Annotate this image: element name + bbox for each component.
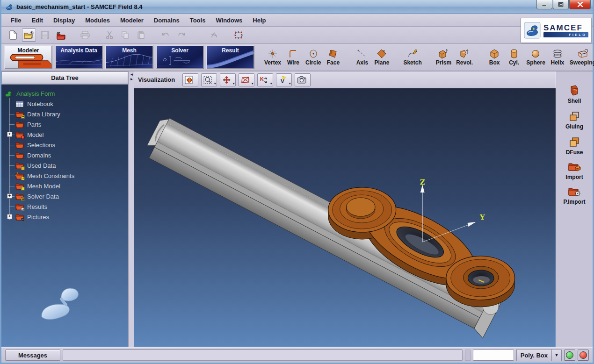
cut-icon[interactable]: [102, 29, 116, 42]
expand-toggle[interactable]: [7, 132, 12, 137]
minimize-button[interactable]: [536, 0, 552, 9]
message-output-field: [63, 350, 463, 361]
sphere-button[interactable]: Sphere: [526, 49, 545, 66]
axis-icon: [356, 49, 368, 59]
selection-box-icon[interactable]: [232, 29, 246, 42]
tab-modeler[interactable]: Modeler: [4, 45, 52, 69]
tree-item-solver-data[interactable]: Solver Data: [1, 191, 128, 201]
copy-icon[interactable]: [118, 29, 132, 42]
tree-item-notebook[interactable]: Notebook: [1, 99, 128, 109]
dropdown-arrow-icon[interactable]: ▼: [251, 82, 254, 85]
tree-item-pictures[interactable]: Pictures: [1, 212, 128, 222]
abort-button[interactable]: [578, 350, 589, 361]
pick-move-icon[interactable]: K ▼: [257, 73, 273, 86]
pan-icon[interactable]: ▼: [220, 73, 236, 86]
status-spacer: [465, 350, 471, 361]
tree-item-domains[interactable]: Domains: [1, 150, 128, 160]
close-model-icon[interactable]: [54, 29, 68, 42]
folder-meshmodel-icon: [15, 183, 24, 190]
dropdown-arrow-icon[interactable]: ▼: [551, 349, 562, 361]
menu-tools[interactable]: Tools: [185, 15, 210, 25]
red-light-icon: [580, 351, 587, 359]
maximize-button[interactable]: [553, 0, 569, 9]
box-button[interactable]: Box: [487, 49, 502, 66]
vertex-button[interactable]: Vertex: [264, 49, 281, 66]
dropdown-arrow-icon[interactable]: ▼: [288, 82, 291, 85]
geometry-toolbar: Vertex Wire Circle Face Axis Plane: [264, 49, 594, 66]
collapse-left-icon[interactable]: ◄: [130, 72, 134, 77]
zoom-box-icon[interactable]: ▼: [201, 73, 217, 86]
prism-button[interactable]: Prism: [436, 49, 451, 66]
tree-item-mesh-constraints[interactable]: Mesh Constraints: [1, 171, 128, 181]
print-icon[interactable]: [78, 29, 92, 42]
collapse-right-icon[interactable]: ►: [130, 77, 134, 81]
menu-windows[interactable]: Windows: [211, 15, 247, 25]
gluing-button[interactable]: Gluing: [565, 110, 583, 130]
close-button[interactable]: [569, 0, 591, 9]
snapshot-icon[interactable]: [295, 73, 311, 86]
import-button[interactable]: Import: [565, 162, 583, 180]
free-rotate-icon[interactable]: ▼: [239, 73, 254, 86]
selection-mode-dropdown[interactable]: Poly. Box ▼: [516, 349, 562, 361]
expand-toggle[interactable]: [7, 214, 12, 219]
menu-file[interactable]: File: [6, 15, 26, 25]
menu-display[interactable]: Display: [49, 15, 80, 25]
menu-edit[interactable]: Edit: [27, 15, 48, 25]
continue-button[interactable]: [564, 350, 575, 361]
tree-item-used-data[interactable]: Used Data: [1, 160, 128, 171]
viewport-3d-canvas[interactable]: Z Y: [134, 88, 556, 347]
cylinder-button[interactable]: Cyl.: [507, 49, 522, 66]
tree-item-selections[interactable]: Selections: [1, 140, 128, 150]
tab-result[interactable]: Result: [206, 45, 254, 69]
visibility-icon[interactable]: V ▼: [276, 73, 292, 86]
tree-item-mesh-model[interactable]: Mesh Model: [1, 181, 128, 191]
tree-item-results[interactable]: Results: [1, 201, 128, 212]
tab-mesh[interactable]: Mesh: [105, 45, 153, 69]
revolution-button[interactable]: Revol.: [456, 49, 473, 66]
tab-analysis-data[interactable]: Analysis Data: [55, 45, 103, 69]
tree-item-parts[interactable]: Parts: [1, 119, 128, 129]
menu-help[interactable]: Help: [248, 15, 270, 25]
plane-button[interactable]: Plane: [374, 49, 389, 66]
messages-button[interactable]: Messages: [5, 350, 60, 361]
tree-item-label: Selections: [27, 142, 55, 149]
menu-modeler[interactable]: Modeler: [116, 15, 148, 25]
redo-icon[interactable]: [174, 29, 188, 42]
tree-item-model[interactable]: Model: [1, 129, 128, 140]
samcef-swoosh-icon: [524, 22, 541, 39]
axis-button[interactable]: Axis: [355, 49, 369, 66]
expand-toggle[interactable]: [7, 193, 12, 199]
sweeping-button[interactable]: Sweeping: [570, 49, 594, 66]
open-file-icon[interactable]: [22, 29, 36, 42]
wire-button[interactable]: Wire: [286, 49, 301, 66]
new-file-icon[interactable]: [6, 29, 20, 42]
sketch-button[interactable]: Sketch: [403, 49, 421, 66]
dropdown-arrow-icon[interactable]: ▼: [213, 82, 217, 85]
dropdown-arrow-icon[interactable]: ▼: [269, 82, 273, 85]
face-icon: [327, 49, 339, 59]
shading-icon[interactable]: [182, 73, 198, 86]
transform-icon[interactable]: [207, 29, 221, 42]
tree-item-label: Solver Data: [27, 193, 59, 200]
panel-splitter[interactable]: ◄ ►: [129, 71, 134, 347]
menu-modules[interactable]: Modules: [80, 15, 115, 25]
helix-button[interactable]: Helix: [550, 49, 565, 66]
folder-plus-icon: [15, 162, 24, 169]
menu-domains[interactable]: Domains: [149, 15, 184, 25]
tab-solver[interactable]: Solver: [156, 45, 204, 69]
selection-mode-value[interactable]: Poly. Box: [516, 349, 551, 361]
paste-icon[interactable]: [134, 29, 148, 42]
dfuse-button[interactable]: DFuse: [566, 136, 583, 156]
dropdown-arrow-icon[interactable]: ▼: [232, 82, 235, 85]
results-badge: [21, 207, 25, 211]
tree-item-analysis-form[interactable]: Analysis Form: [1, 88, 128, 99]
shell-button[interactable]: Shell: [568, 85, 581, 104]
circle-button[interactable]: Circle: [305, 49, 321, 66]
selection-count-input[interactable]: [473, 350, 514, 361]
face-button[interactable]: Face: [326, 49, 340, 66]
undo-icon[interactable]: [159, 29, 173, 42]
tree-item-data-library[interactable]: Data Library: [1, 109, 128, 119]
part-import-button[interactable]: P.Import: [563, 186, 585, 205]
brand-name: SAMCEF: [543, 24, 588, 32]
save-icon[interactable]: [38, 29, 52, 42]
